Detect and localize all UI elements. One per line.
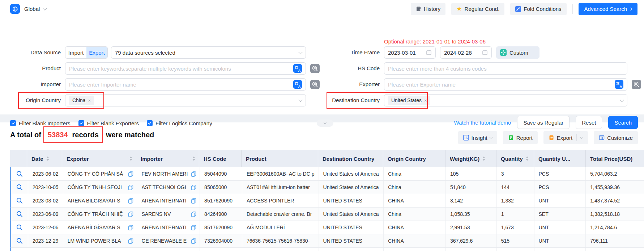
- cell-search: [11, 248, 28, 251]
- view-detail-magnifier-icon[interactable]: [16, 197, 23, 204]
- column-header-weight[interactable]: Weight(KG): [445, 150, 496, 167]
- cell-total_price: [586, 248, 644, 251]
- view-detail-magnifier-icon[interactable]: [16, 171, 23, 177]
- destination-country-select[interactable]: United States ×: [384, 94, 627, 106]
- column-header-quantity[interactable]: Quantity: [496, 150, 534, 167]
- cell-text: 2023-03-02: [33, 198, 63, 204]
- filter-label: Filter Logitics Company: [155, 120, 212, 126]
- translate-icon[interactable]: A: [293, 64, 302, 73]
- product-exact-match-icon[interactable]: [310, 64, 320, 73]
- fold-conditions-label: Fold Conditions: [524, 6, 561, 12]
- cell-date: 2023-10-05: [28, 181, 63, 194]
- export-toggle[interactable]: Export: [86, 47, 107, 58]
- cell-text: UNT: [539, 238, 586, 244]
- data-sources-select[interactable]: 79 data sources selected: [111, 46, 306, 59]
- fold-conditions-button[interactable]: Fold Conditions: [510, 3, 566, 15]
- date-to-input[interactable]: 2024-02-28: [440, 46, 492, 59]
- cell-text: UNITED STATES: [323, 238, 384, 244]
- product-input[interactable]: Please enter keywords,separate multiple …: [65, 62, 306, 75]
- cell-hs_code: 85065000: [200, 181, 242, 194]
- translate-icon[interactable]: A: [615, 80, 623, 89]
- importer-exact-match-icon[interactable]: [310, 80, 320, 89]
- cell-date: 2023-12-06: [28, 221, 63, 234]
- insight-button[interactable]: Insight: [458, 131, 497, 144]
- insight-icon: [463, 135, 469, 141]
- copy-icon[interactable]: [128, 225, 133, 230]
- exporter-exact-match-icon[interactable]: [632, 80, 641, 89]
- importer-placeholder: Please enter Importer name: [69, 81, 293, 88]
- column-label: Total Price(USD): [590, 156, 632, 162]
- column-header-exporter[interactable]: Exporter: [62, 150, 136, 167]
- copy-icon[interactable]: [128, 198, 133, 204]
- copy-icon[interactable]: [128, 185, 133, 190]
- exporter-label: Exporter: [325, 78, 380, 91]
- view-detail-magnifier-icon[interactable]: [16, 224, 23, 231]
- view-detail-magnifier-icon[interactable]: [16, 184, 23, 191]
- copy-icon[interactable]: [191, 171, 196, 177]
- copy-icon[interactable]: [191, 225, 196, 230]
- cell-product: AST01#&Lithi.ium-ion batter: [242, 181, 319, 194]
- sort-icon[interactable]: [129, 156, 132, 161]
- collapse-form-button[interactable]: [317, 120, 333, 127]
- cell-text: 144: [501, 184, 534, 190]
- region-selector[interactable]: Global: [24, 6, 46, 12]
- column-header-date[interactable]: Date: [27, 150, 62, 167]
- filter-blank-importers-checkbox[interactable]: Filter Blank Importers: [10, 120, 71, 126]
- filter-label: Filter Blank Importers: [19, 120, 71, 126]
- copy-icon[interactable]: [191, 198, 196, 204]
- remove-tag-icon[interactable]: ×: [424, 98, 427, 103]
- remove-tag-icon[interactable]: ×: [88, 98, 91, 103]
- origin-country-select[interactable]: China ×: [65, 94, 306, 106]
- cell-text: 1,382,518.18: [590, 211, 644, 217]
- advanced-search-button[interactable]: Advanced Search: [579, 3, 637, 15]
- product-label: Product: [10, 62, 61, 75]
- exporter-input[interactable]: Please enter Exporter name A: [384, 78, 627, 91]
- sort-icon[interactable]: [192, 156, 195, 161]
- history-button[interactable]: History: [411, 3, 446, 15]
- cell-exporter: [63, 248, 137, 251]
- sort-icon[interactable]: [526, 156, 529, 161]
- copy-icon[interactable]: [191, 212, 196, 217]
- import-toggle[interactable]: Import: [65, 47, 86, 58]
- origin-country-tag: China ×: [69, 96, 94, 105]
- chevron-down-icon[interactable]: [580, 135, 583, 138]
- total-suffix: were matched: [106, 131, 154, 139]
- cell-text: 5,704,063.2: [590, 171, 644, 177]
- view-detail-magnifier-icon[interactable]: [16, 238, 23, 244]
- sort-icon[interactable]: [482, 156, 485, 161]
- copy-icon[interactable]: [128, 238, 133, 244]
- cell-weight: 51,840: [446, 181, 497, 194]
- cell-text: FEV NORTH AMERI: [141, 171, 189, 177]
- date-from-input[interactable]: 2023-03-01: [384, 46, 436, 59]
- cell-text: United States of America: [323, 184, 384, 190]
- view-detail-magnifier-icon[interactable]: [16, 211, 23, 217]
- cell-quantity_unit: UNT: [534, 194, 586, 207]
- translate-icon[interactable]: A: [293, 80, 302, 89]
- search-form: Optional range: 2021-01-01 to 2024-03-06…: [0, 18, 644, 114]
- copy-icon[interactable]: [128, 212, 133, 217]
- regular-cond-button[interactable]: ★ Regular Cond.: [451, 3, 504, 15]
- chevron-down-icon: [324, 121, 327, 124]
- checkbox-checked-icon: [78, 120, 84, 126]
- column-header-importer[interactable]: Importer: [136, 150, 199, 167]
- custom-range-button[interactable]: Custom: [496, 46, 539, 59]
- importer-input[interactable]: Please enter Importer name A: [65, 78, 306, 91]
- cell-product: AĞ MODULLERİ: [242, 221, 319, 234]
- filter-blank-exporters-checkbox[interactable]: Filter Blank Exporters: [78, 120, 139, 126]
- customize-button[interactable]: Customize: [594, 131, 638, 144]
- report-button[interactable]: Report: [503, 131, 538, 144]
- tutorial-link[interactable]: Watch the tutorial demo: [454, 120, 511, 126]
- copy-icon[interactable]: [128, 171, 133, 177]
- filter-logistics-company-checkbox[interactable]: Filter Logitics Company: [147, 120, 212, 126]
- column-label: Exporter: [67, 156, 89, 162]
- cell-text: 3,142: [450, 198, 496, 204]
- sort-icon[interactable]: [46, 156, 49, 161]
- cell-destination_country: United States of America: [319, 181, 384, 194]
- cell-quantity: [497, 248, 534, 251]
- export-button[interactable]: Export: [543, 131, 588, 144]
- hs-code-input[interactable]: Please enter more than 4 customs codes: [384, 62, 627, 75]
- copy-icon[interactable]: [191, 185, 196, 190]
- copy-icon[interactable]: [191, 238, 196, 244]
- checkbox-checked-icon: [10, 120, 16, 126]
- cell-text: CÔNG TY TNHH SEOJI: [68, 184, 127, 190]
